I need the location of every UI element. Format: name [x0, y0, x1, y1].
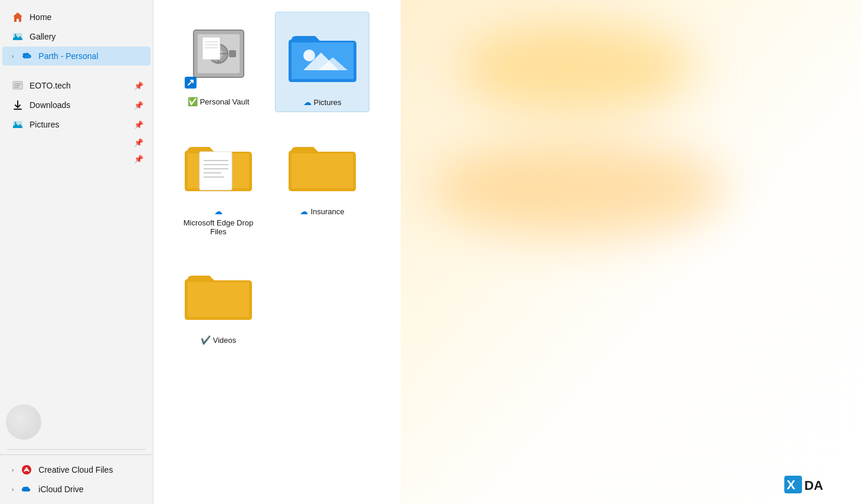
pin-icon-eoto: 📌 — [134, 81, 143, 90]
sidebar-item-pictures[interactable]: Pictures 📌 — [2, 115, 150, 134]
pictures-label: Pictures — [314, 98, 342, 107]
pin-icon-downloads: 📌 — [134, 101, 143, 110]
pin-icon-pictures: 📌 — [134, 120, 143, 129]
insurance-folder-icon-container — [284, 126, 361, 203]
personal-vault-name: ✅ Personal Vault — [188, 97, 250, 106]
svg-point-21 — [303, 50, 315, 61]
sidebar-top-group: Home Gallery › Parth - Personal — [0, 5, 153, 68]
pin-icon-5: 📌 — [134, 155, 143, 163]
sidebar-eoto-label: EOTO.tech — [30, 81, 71, 90]
svg-text:X: X — [787, 477, 795, 492]
sidebar-item-pinned-4[interactable]: 📌 — [2, 135, 150, 150]
sidebar-pinned-group: EOTO.tech 📌 Downloads 📌 — [0, 73, 153, 170]
sidebar-avatar-area — [0, 170, 153, 444]
sidebar-item-parth-personal[interactable]: › Parth - Personal — [2, 47, 150, 66]
sidebar-downloads-label: Downloads — [30, 100, 70, 110]
videos-label: Videos — [213, 336, 237, 345]
creative-cloud-icon — [21, 464, 32, 476]
xda-watermark: X DA — [784, 476, 849, 495]
edge-folder-svg — [183, 134, 254, 196]
folder-insurance[interactable]: ☁ Insurance — [275, 122, 369, 241]
sidebar-gallery-label: Gallery — [30, 32, 55, 41]
eoto-icon — [12, 80, 24, 91]
sidebar-item-icloud-drive[interactable]: › iCloud Drive — [2, 480, 150, 499]
sidebar-home-label: Home — [30, 12, 51, 22]
pictures-cloud-icon: ☁ — [303, 97, 312, 107]
download-icon — [12, 99, 24, 111]
sidebar-item-home[interactable]: Home — [2, 8, 150, 27]
folder-personal-vault[interactable]: ✅ Personal Vault — [171, 12, 266, 112]
insurance-folder-svg — [287, 134, 358, 196]
videos-folder-svg — [183, 263, 254, 325]
onedrive-icon — [21, 50, 32, 62]
personal-vault-icon-container — [180, 17, 257, 93]
home-icon — [12, 11, 24, 23]
svg-point-8 — [15, 122, 17, 124]
sidebar-item-eoto-tech[interactable]: EOTO.tech 📌 — [2, 76, 150, 95]
svg-rect-16 — [229, 50, 236, 57]
videos-check-icon: ✔️ — [201, 335, 211, 345]
chevron-icon: › — [12, 53, 14, 60]
right-panel: X DA — [401, 0, 861, 504]
folder-pictures[interactable]: ☁ Pictures — [275, 12, 369, 112]
svg-text:DA: DA — [804, 478, 823, 493]
videos-folder-name: ✔️ Videos — [201, 335, 237, 345]
sidebar-icloud-label: iCloud Drive — [38, 485, 83, 494]
edge-folder-name: ☁ Microsoft Edge Drop Files — [176, 207, 261, 236]
edge-folder-icon-container — [180, 126, 257, 203]
pictures-folder-svg — [286, 23, 359, 88]
pin-icon-4: 📌 — [134, 138, 143, 147]
chevron-icloud: › — [12, 486, 14, 493]
gallery-icon — [12, 31, 24, 42]
svg-point-1 — [15, 34, 17, 36]
sidebar-pictures-label: Pictures — [30, 120, 60, 129]
insurance-folder-name: ☁ Insurance — [300, 207, 344, 216]
sidebar-item-gallery[interactable]: Gallery — [2, 27, 150, 46]
svg-rect-17 — [202, 37, 220, 60]
sidebar-divider — [7, 449, 146, 450]
folder-grid: ✅ Personal Vault ☁ Pictures — [171, 12, 383, 349]
blur-blob-2 — [430, 142, 725, 236]
pictures-folder-name: ☁ Pictures — [303, 97, 342, 107]
sidebar-item-downloads[interactable]: Downloads 📌 — [2, 96, 150, 114]
icloud-icon — [21, 483, 32, 495]
videos-folder-icon-container — [180, 255, 257, 332]
folder-microsoft-edge[interactable]: ☁ Microsoft Edge Drop Files — [171, 122, 266, 241]
svg-rect-24 — [199, 152, 232, 190]
blur-blob-1 — [460, 24, 696, 112]
personal-vault-label: Personal Vault — [200, 97, 250, 106]
sidebar-item-pinned-5[interactable]: 📌 — [2, 151, 150, 167]
sidebar-bottom-group: › Creative Cloud Files › iCloud Drive — [0, 454, 153, 499]
sidebar-creative-cloud-label: Creative Cloud Files — [38, 465, 113, 474]
xda-logo-svg: X DA — [784, 476, 849, 495]
chevron-creative-cloud: › — [12, 467, 14, 473]
edge-cloud-icon: ☁ — [214, 207, 222, 216]
pictures-icon — [12, 119, 24, 130]
folder-videos[interactable]: ✔️ Videos — [171, 250, 266, 349]
edge-label: Microsoft Edge Drop Files — [176, 218, 261, 236]
main-content: ✅ Personal Vault ☁ Pictures — [153, 0, 401, 504]
sidebar-item-creative-cloud[interactable]: › Creative Cloud Files — [2, 460, 150, 479]
sidebar: Home Gallery › Parth - Personal — [0, 0, 153, 504]
insurance-cloud-icon: ☁ — [300, 207, 308, 216]
shortcut-badge — [185, 77, 197, 89]
insurance-label: Insurance — [310, 207, 344, 216]
avatar-blob — [6, 404, 41, 440]
vault-check-icon: ✅ — [188, 97, 198, 106]
pictures-folder-icon-container — [284, 17, 361, 94]
sidebar-parth-label: Parth - Personal — [38, 51, 98, 61]
